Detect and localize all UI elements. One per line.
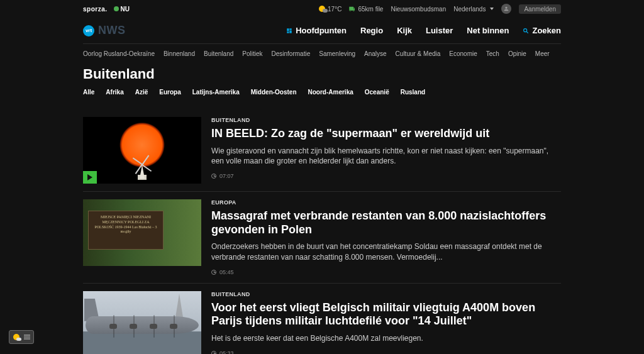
home-icon [286,28,292,34]
chevron-down-icon [490,8,494,10]
clock-icon [211,174,216,179]
main-nav: vrt NWS Hoofdpunten Regio Kijk Luister N… [83,18,561,44]
article-thumbnail [83,117,201,184]
article-card[interactable]: BUITENLAND IN BEELD: Zo zag de "supermaa… [83,109,561,192]
user-avatar-icon[interactable] [501,4,511,14]
article-kicker: EUROPA [211,199,561,206]
cat-item[interactable]: Samenleving [319,50,355,57]
article-dek: Het is de eerste keer dat een Belgische … [211,333,561,344]
cat-item[interactable]: Desinformatie [272,50,311,57]
article-card[interactable]: BUITENLAND Voor het eerst vliegt Belgisc… [83,284,561,354]
brand-nu[interactable]: NU [114,6,130,13]
page-title: Buitenland [83,66,561,82]
filter-pill[interactable]: Midden-Oosten [251,89,297,96]
region-filters: Alle Afrika Azië Europa Latijns-Amerika … [83,89,561,96]
language-label: Nederlands [453,6,486,13]
logo-text: NWS [98,24,126,37]
article-kicker: BUITENLAND [211,291,561,297]
theme-widget[interactable] [9,330,34,344]
search-icon [523,28,529,34]
filter-pill[interactable]: Latijns-Amerika [192,89,240,96]
traffic-icon: ⛟ [349,6,355,13]
nav-luister[interactable]: Luister [426,26,453,35]
article-headline: Voor het eerst vliegt Belgisch militair … [211,301,561,328]
logo-badge: vrt [83,25,94,36]
cat-item[interactable]: Analyse [364,50,387,57]
article-dek: Onderzoekers hebben in de buurt van het … [211,241,561,263]
nav-regio[interactable]: Regio [360,26,383,35]
filter-pill[interactable]: Alle [83,89,94,96]
filter-pill[interactable]: Noord-Amerika [308,89,353,96]
nav-kijk[interactable]: Kijk [397,26,412,35]
play-icon[interactable] [83,171,97,184]
article-timestamp: 07:07 [219,173,234,179]
article-kicker: BUITENLAND [211,117,561,123]
article-headline: IN BEELD: Zo zag de "supermaan" er werel… [211,127,561,141]
article-timestamp: 05:33 [219,350,234,354]
article-headline: Massagraf met verbrande restanten van 8.… [211,209,561,236]
clock-icon [211,270,216,275]
traffic-widget[interactable]: ⛟ 65km file [349,6,383,13]
clock-icon [211,351,216,354]
weather-temp: 17°C [328,6,341,13]
nav-zoeken[interactable]: Zoeken [523,26,561,35]
cat-item[interactable]: Opinie [508,50,526,57]
article-meta: 05:33 [211,350,561,354]
article-thumbnail: MIEJSCE PAMIĘCI NIEZNANI MĘCZENNICY POLE… [83,199,201,266]
nav-hoofdpunten[interactable]: Hoofdpunten [286,26,347,35]
site-logo[interactable]: vrt NWS [83,24,126,37]
cat-item[interactable]: Binnenland [164,50,195,57]
filter-pill[interactable]: Oceanië [365,89,389,96]
ombudsman-link[interactable]: Nieuwsombudsman [391,6,446,13]
svg-point-0 [524,28,527,31]
nav-net-binnen[interactable]: Net binnen [467,26,509,35]
brand-sporza[interactable]: sporza. [83,6,108,13]
plaque-text: MIEJSCE PAMIĘCI NIEZNANI MĘCZENNICY POLE… [88,211,164,250]
sun-icon [13,334,19,340]
article-dek: Wie gisteravond en vannacht zijn blik he… [211,146,561,167]
traffic-text: 65km file [358,6,383,13]
utility-bar: sporza. NU 17°C ⛟ 65km file Nieuwsombuds… [83,0,561,18]
cat-item[interactable]: Tech [486,50,499,57]
weather-widget[interactable]: 17°C [319,6,341,13]
language-switcher[interactable]: Nederlands [453,6,494,13]
cat-item[interactable]: Buitenland [204,50,233,57]
cat-item[interactable]: Meer [535,50,550,57]
cat-item[interactable]: Politiek [242,50,262,57]
cat-item[interactable]: Cultuur & Media [396,50,441,57]
brand-nu-dot-icon [114,6,119,11]
filter-pill[interactable]: Afrika [106,89,123,96]
article-card[interactable]: MIEJSCE PAMIĘCI NIEZNANI MĘCZENNICY POLE… [83,192,561,284]
filter-pill[interactable]: Europa [159,89,180,96]
article-meta: 07:07 [211,173,561,179]
cat-item[interactable]: Economie [449,50,477,57]
article-thumbnail [83,291,201,354]
article-timestamp: 05:45 [219,269,234,275]
cat-item[interactable]: Oorlog Rusland-Oekraïne [83,50,155,57]
article-meta: 05:45 [211,269,561,275]
login-button[interactable]: Aanmelden [519,4,561,14]
menu-lines-icon [24,335,30,340]
brand-nu-label: NU [121,6,130,13]
filter-pill[interactable]: Azië [135,89,148,96]
svg-line-1 [527,31,529,33]
filter-pill[interactable]: Rusland [401,89,425,96]
category-bar: Oorlog Rusland-Oekraïne Binnenland Buite… [83,44,561,62]
weather-icon [319,6,325,12]
